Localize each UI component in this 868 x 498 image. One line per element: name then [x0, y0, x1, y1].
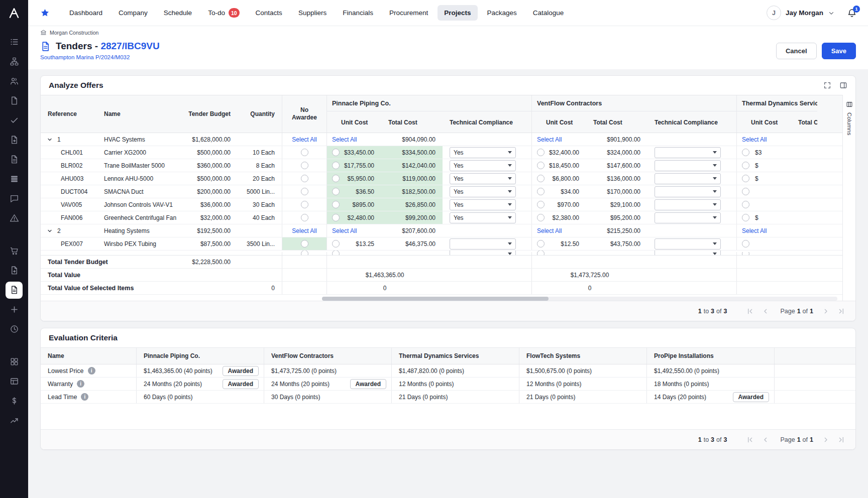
nav-item[interactable]: Projects — [438, 5, 477, 21]
no-awardee-radio[interactable] — [301, 188, 308, 195]
award-radio[interactable] — [742, 162, 749, 169]
sidebar-item[interactable] — [0, 110, 28, 130]
sidebar-item[interactable] — [0, 91, 28, 110]
info-icon[interactable]: i — [81, 393, 88, 401]
nav-item[interactable]: Packages — [481, 5, 523, 21]
award-radio[interactable] — [537, 214, 545, 221]
award-radio[interactable] — [537, 188, 545, 195]
select-all-link[interactable]: Select All — [537, 227, 562, 234]
award-radio[interactable] — [537, 175, 545, 182]
compliance-select[interactable] — [655, 173, 721, 184]
award-radio[interactable] — [742, 175, 749, 182]
award-radio[interactable] — [332, 188, 340, 195]
award-radio[interactable] — [537, 251, 545, 256]
compliance-select[interactable] — [655, 212, 721, 223]
app-logo[interactable] — [0, 0, 28, 26]
no-awardee-radio[interactable] — [301, 201, 308, 208]
sidebar-item[interactable] — [0, 319, 28, 339]
compliance-select[interactable]: Yes — [450, 212, 516, 223]
award-radio[interactable] — [537, 201, 545, 208]
sidebar-item[interactable] — [0, 150, 28, 169]
select-all-link[interactable]: Select All — [332, 227, 357, 234]
award-radio[interactable] — [332, 162, 340, 169]
next-page-button[interactable] — [822, 436, 830, 444]
sidebar-item[interactable] — [0, 241, 28, 261]
sidebar-item[interactable] — [0, 189, 28, 208]
compliance-select[interactable]: Yes — [450, 160, 516, 171]
compliance-select[interactable]: Yes — [450, 199, 516, 210]
project-link[interactable]: Southampton Marina P/2024/M032 — [40, 54, 130, 60]
previous-page-button[interactable] — [762, 436, 770, 444]
compliance-select[interactable]: Yes — [450, 147, 516, 158]
nav-item[interactable]: Suppliers — [292, 5, 333, 21]
award-radio[interactable] — [537, 162, 545, 169]
last-page-button[interactable] — [837, 307, 845, 315]
select-all-link[interactable]: Select All — [742, 136, 767, 143]
compliance-select[interactable] — [655, 147, 721, 158]
award-radio[interactable] — [742, 252, 749, 255]
sidebar-item[interactable] — [0, 371, 28, 391]
nav-item[interactable]: To-do 10 — [201, 4, 246, 22]
award-radio[interactable] — [332, 149, 340, 156]
award-radio[interactable] — [742, 214, 749, 221]
select-all-link[interactable]: Select All — [292, 136, 316, 143]
next-page-button[interactable] — [822, 307, 830, 315]
notifications-button[interactable]: 1 — [847, 8, 857, 18]
no-awardee-radio[interactable] — [301, 149, 308, 156]
last-page-button[interactable] — [837, 436, 845, 444]
select-all-link[interactable]: Select All — [292, 227, 316, 234]
tender-code-link[interactable]: 2827/IBC9VU — [100, 41, 159, 51]
info-icon[interactable]: i — [77, 380, 84, 388]
compliance-select[interactable]: Yes — [450, 173, 516, 184]
award-radio[interactable] — [742, 188, 749, 195]
sidebar-item[interactable] — [0, 208, 28, 228]
sidebar-item[interactable] — [0, 261, 28, 280]
no-awardee-radio[interactable] — [301, 240, 308, 247]
nav-item[interactable]: Procurement — [383, 5, 435, 21]
previous-page-button[interactable] — [762, 307, 770, 315]
columns-panel-tab[interactable]: Columns — [842, 95, 855, 301]
nav-item[interactable]: Dashboard — [63, 5, 109, 21]
award-radio[interactable] — [742, 149, 749, 156]
nav-item[interactable]: Financials — [336, 5, 380, 21]
compliance-select[interactable] — [450, 238, 516, 250]
collapse-chevron-icon[interactable] — [47, 137, 53, 143]
award-radio[interactable] — [332, 240, 340, 247]
compliance-select[interactable]: Yes — [450, 186, 516, 197]
nav-item[interactable]: Schedule — [157, 5, 198, 21]
compliance-select[interactable] — [655, 199, 721, 210]
no-awardee-radio[interactable] — [301, 162, 308, 169]
cancel-button[interactable]: Cancel — [776, 43, 817, 59]
sidebar-item[interactable] — [0, 280, 28, 300]
sidebar-item[interactable] — [0, 130, 28, 150]
compliance-select[interactable] — [655, 186, 721, 197]
fullscreen-icon[interactable] — [823, 81, 831, 89]
scrollbar-thumb[interactable] — [322, 297, 549, 301]
save-button[interactable]: Save — [822, 43, 856, 59]
collapse-chevron-icon[interactable] — [47, 228, 53, 234]
sidebar-item[interactable] — [0, 391, 28, 411]
favorites-star-icon[interactable] — [40, 8, 50, 18]
sidebar-item[interactable] — [0, 352, 28, 371]
sidebar-item[interactable] — [0, 32, 28, 52]
side-panel-icon[interactable] — [839, 81, 847, 89]
award-radio[interactable] — [537, 240, 545, 247]
first-page-button[interactable] — [746, 436, 754, 444]
award-radio[interactable] — [332, 175, 340, 182]
select-all-link[interactable]: Select All — [742, 227, 767, 234]
no-awardee-radio[interactable] — [301, 251, 308, 256]
compliance-select[interactable] — [655, 251, 721, 256]
nav-item[interactable]: Contacts — [249, 5, 289, 21]
no-awardee-radio[interactable] — [301, 175, 308, 182]
nav-item[interactable]: Company — [112, 5, 154, 21]
nav-item[interactable]: Catalogue — [526, 5, 571, 21]
info-icon[interactable]: i — [88, 367, 95, 375]
award-radio[interactable] — [742, 240, 749, 247]
compliance-select[interactable] — [450, 251, 516, 256]
sidebar-item[interactable] — [0, 411, 28, 430]
horizontal-scrollbar[interactable] — [322, 297, 837, 301]
award-radio[interactable] — [332, 214, 340, 221]
user-menu[interactable]: J Jay Morgan — [767, 6, 835, 20]
sidebar-item[interactable] — [0, 169, 28, 189]
compliance-select[interactable] — [655, 238, 721, 250]
